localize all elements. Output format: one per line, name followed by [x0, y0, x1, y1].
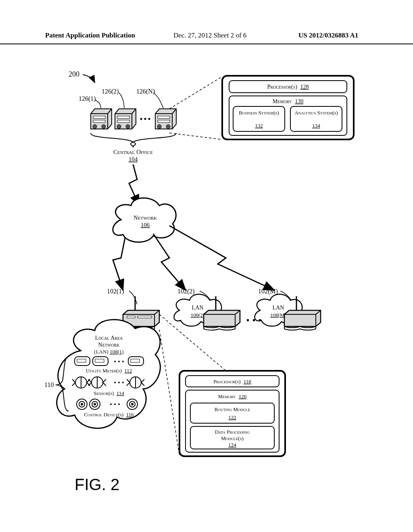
svg-rect-29 [127, 316, 135, 318]
svg-text:Routing Module: Routing Module [215, 406, 250, 412]
devices-group-label: 110 [44, 381, 54, 388]
svg-point-62 [118, 403, 120, 405]
svg-rect-37 [77, 359, 86, 362]
svg-text:LAN: LAN [273, 305, 284, 311]
svg-point-60 [110, 403, 112, 405]
svg-rect-44 [131, 359, 140, 362]
node-callout-line-bot [159, 330, 179, 455]
server-callout-line-top [169, 77, 222, 109]
central-office-num: 104 [129, 156, 138, 162]
svg-point-13 [117, 125, 121, 129]
node-detail-callout: Processor(s) 118 Memory 120 Routing Modu… [179, 371, 285, 456]
svg-point-49 [114, 382, 116, 383]
control-device-icon-1 [77, 399, 87, 409]
control-devices-label: Control Device(s) 116 [84, 411, 134, 418]
utility-meter-icon-2 [93, 357, 108, 366]
svg-point-41 [118, 361, 120, 362]
figure-2-diagram: 200 Processor(s) 128 Memory 130 Business… [0, 0, 413, 532]
ref-200: 200 [69, 70, 79, 78]
svg-rect-18 [158, 116, 170, 118]
ref-200-arrow [83, 75, 95, 83]
svg-point-15 [140, 118, 142, 120]
central-office-label: Central Office [113, 149, 153, 155]
control-device-icon-n [127, 399, 138, 409]
svg-point-17 [148, 118, 150, 120]
server-detail-callout: Processor(s) 128 Memory 130 Business Sys… [222, 76, 354, 139]
svg-rect-32 [247, 319, 249, 321]
svg-text:Processor(s)
        128: Processor(s) 128 [267, 84, 309, 90]
svg-text:Business System(s): Business System(s) [239, 110, 279, 116]
svg-point-20 [157, 125, 161, 129]
svg-point-59 [94, 403, 96, 405]
svg-point-10 [102, 125, 106, 129]
utility-meter-icon-1 [75, 357, 90, 366]
server-126-N-icon [155, 109, 176, 129]
svg-point-40 [114, 361, 116, 362]
svg-text:LAN: LAN [192, 305, 204, 311]
svg-text:Analytics System(s): Analytics System(s) [294, 110, 338, 116]
svg-text:Memory
        130: Memory 130 [273, 98, 304, 104]
svg-point-56 [81, 403, 83, 405]
svg-rect-39 [95, 359, 104, 362]
svg-text:Module(s): Module(s) [221, 435, 244, 441]
svg-point-65 [131, 403, 133, 405]
link-net-to-102-1 [113, 238, 125, 290]
svg-rect-33 [253, 319, 255, 321]
svg-point-21 [166, 125, 170, 129]
server-callout-line-bot [169, 133, 222, 139]
svg-point-51 [122, 382, 124, 383]
node-102-2-label: 102(2) [177, 288, 195, 295]
lan-1-label-l1: Local Area [95, 335, 123, 341]
svg-rect-11 [117, 116, 129, 118]
svg-text:106: 106 [141, 222, 150, 228]
svg-text:124: 124 [228, 442, 236, 448]
server-126-2-leader [119, 93, 124, 108]
svg-rect-30 [138, 316, 152, 318]
server-126-1-label: 126(1) [79, 95, 96, 102]
svg-point-61 [114, 403, 116, 405]
svg-text:Network: Network [133, 214, 157, 221]
svg-point-50 [118, 382, 120, 383]
svg-rect-19 [158, 120, 170, 123]
svg-text:Processor(s)
        118: Processor(s) 118 [213, 378, 251, 384]
svg-text:134: 134 [312, 123, 320, 129]
node-102-M-label: 102(M) [258, 288, 278, 295]
servers-brace [91, 133, 176, 147]
node-102-1-label: 102(1) [107, 288, 124, 295]
svg-text:108(2): 108(2) [191, 312, 205, 318]
svg-text:132: 132 [255, 123, 263, 129]
svg-rect-8 [93, 120, 105, 123]
svg-rect-12 [117, 120, 129, 123]
server-126-N-label: 126(N) [136, 88, 155, 95]
svg-text:122: 122 [228, 414, 236, 420]
figure-label: FIG. 2 [75, 476, 119, 494]
svg-text:Memory
        120: Memory 120 [218, 393, 246, 399]
svg-point-14 [126, 125, 130, 129]
servers-ellipsis [140, 118, 150, 120]
svg-text:Data Processing: Data Processing [215, 429, 250, 435]
svg-point-42 [122, 361, 124, 362]
svg-point-16 [144, 118, 146, 120]
link-net-to-102-2 [153, 234, 186, 290]
control-device-icon-2 [90, 399, 100, 409]
server-126-N-leader [153, 93, 163, 108]
server-126-2-label: 126(2) [102, 88, 119, 95]
network-cloud: Network 106 [113, 198, 176, 242]
utility-meter-icon-n [128, 357, 144, 366]
lan-1-label-l3: (LAN) 108(1) [94, 349, 123, 355]
svg-rect-34 [259, 319, 261, 321]
lan-1-label-l2: Network [98, 342, 120, 348]
utility-meters-label: Utility Meter(s) 112 [86, 368, 132, 374]
svg-rect-7 [93, 116, 105, 118]
link-net-to-102-M [169, 226, 274, 290]
sensors-label: Sensor(s) 114 [94, 390, 124, 396]
svg-point-9 [93, 125, 97, 129]
server-126-1-icon [91, 109, 112, 129]
server-126-2-icon [115, 109, 136, 129]
